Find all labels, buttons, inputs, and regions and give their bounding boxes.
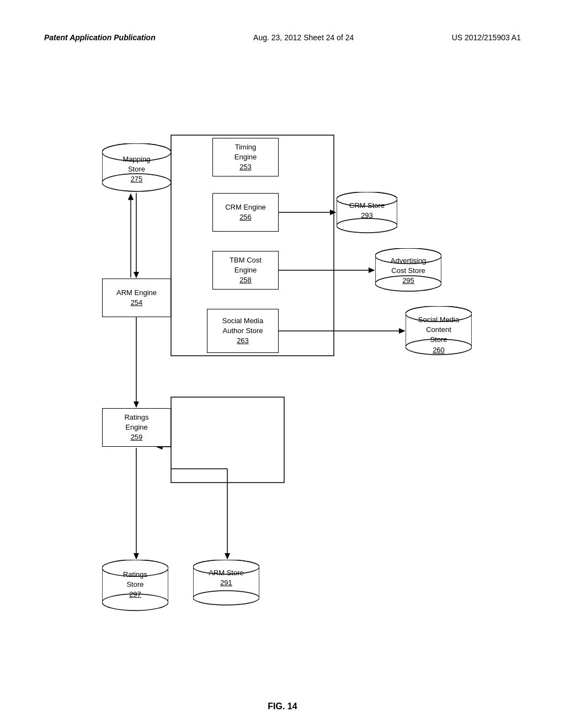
arm-engine: ARM Engine254 xyxy=(102,279,171,317)
ratings-store-label: RatingsStore297 xyxy=(102,570,168,600)
crm-engine: CRM Engine256 xyxy=(212,193,279,232)
figure-caption: FIG. 14 xyxy=(0,702,565,711)
advertising-cost-store-label: AdvertisingCost Store295 xyxy=(375,256,441,286)
mapping-store-label: MappingStore275 xyxy=(102,154,171,185)
header-left: Patent Application Publication xyxy=(44,33,156,42)
header-center: Aug. 23, 2012 Sheet 24 of 24 xyxy=(253,33,354,42)
social-media-author-store: Social MediaAuthor Store263 xyxy=(207,309,279,353)
ratings-store: RatingsStore297 xyxy=(102,560,168,615)
diagram: MappingStore275 ARM Engine254 TimingEngi… xyxy=(0,66,565,684)
crm-store: CRM Store293 xyxy=(337,192,397,236)
arm-store-label: ARM Store291 xyxy=(193,568,259,588)
social-media-content-store-label: Social MediaContentStore260 xyxy=(406,315,472,355)
header-right: US 2012/215903 A1 xyxy=(452,33,521,42)
svg-rect-7 xyxy=(171,397,284,483)
header: Patent Application Publication Aug. 23, … xyxy=(0,33,565,42)
page: Patent Application Publication Aug. 23, … xyxy=(0,0,565,728)
timing-engine: TimingEngine253 xyxy=(212,138,279,176)
mapping-store: MappingStore275 xyxy=(102,143,171,193)
arrows-svg xyxy=(0,66,565,684)
ratings-engine: RatingsEngine259 xyxy=(102,408,171,447)
arm-store: ARM Store291 xyxy=(193,560,259,609)
advertising-cost-store: AdvertisingCost Store295 xyxy=(375,248,441,295)
tbm-cost-engine: TBM CostEngine258 xyxy=(212,251,279,290)
svg-point-49 xyxy=(193,591,259,605)
crm-store-label: CRM Store293 xyxy=(337,201,397,221)
social-media-content-store: Social MediaContentStore260 xyxy=(406,306,472,358)
